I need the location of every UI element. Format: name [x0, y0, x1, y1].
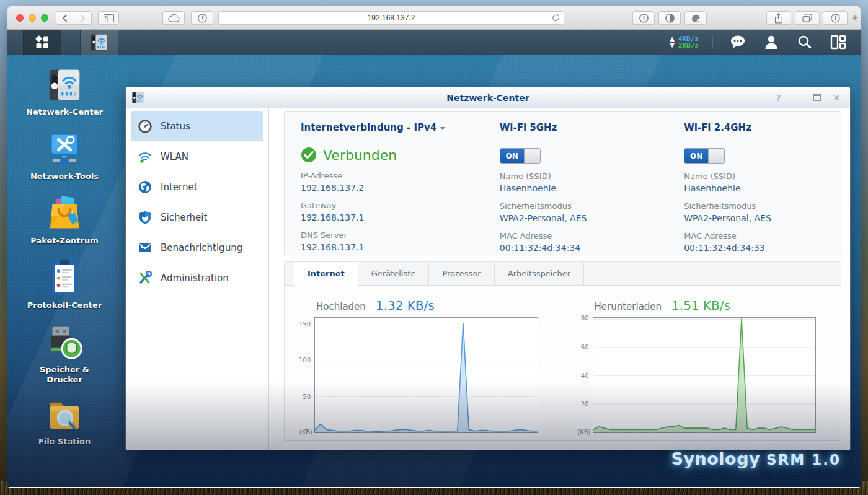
onepassword-extension-button[interactable] [632, 11, 655, 25]
download-chart: Herunterladen 1.51 KB/s (KB) 20406080 [563, 286, 841, 440]
pocket-extension-button[interactable] [658, 11, 681, 25]
close-button[interactable] [16, 14, 24, 22]
field-dns-server: DNS Server 192.168.137.1 [301, 230, 471, 252]
sidebar-item-administration[interactable]: Administration [131, 263, 264, 293]
reload-icon [552, 14, 560, 22]
history-button[interactable] [191, 11, 213, 25]
tab-geraeteliste[interactable]: Geräteliste [358, 262, 430, 285]
help-button[interactable]: ? [776, 93, 781, 103]
sidebar-item-status[interactable]: Status [131, 111, 264, 141]
sidebar-item-label: Status [161, 121, 190, 132]
taskbar-right: ▲▼ 4KB/s 2KB/s [670, 30, 861, 55]
desktop-icons: Netzwerk-Center Netzwerk-Tools [21, 66, 108, 447]
srm-desktop: Netzwerk-Center Netzwerk-Tools [7, 55, 861, 487]
sidebar-item-label: Internet [161, 182, 198, 193]
forward-button[interactable] [74, 12, 92, 24]
share-button[interactable] [766, 11, 791, 25]
search-button[interactable] [796, 33, 813, 51]
sidebar-toggle-button[interactable] [98, 11, 119, 25]
back-button[interactable] [56, 12, 74, 24]
minimize-button[interactable] [29, 14, 36, 22]
sidebar-item-benachrichtigung[interactable]: Benachrichtigung [131, 232, 264, 263]
tools-icon [138, 271, 153, 286]
gauge-icon [138, 119, 153, 134]
field-security-mode: Sicherheitsmodus WPA2-Personal, AES [684, 201, 828, 223]
desktop-icon-file-station[interactable]: File Station [21, 398, 108, 447]
user-options-button[interactable] [763, 33, 780, 51]
toggle-knob [708, 149, 724, 163]
dropdown-caret-icon [440, 127, 445, 130]
divider [684, 139, 823, 139]
show-all-tabs-button[interactable] [795, 11, 820, 25]
new-tab-button[interactable]: + [849, 10, 861, 26]
sidebar-item-label: Benachrichtigung [161, 242, 242, 253]
notifications-button[interactable] [729, 33, 746, 51]
synology-srm-logo: Synology SRM 1.0 [671, 449, 841, 468]
desktop-icon-label: Netzwerk-Tools [30, 172, 99, 182]
desktop-icon-label: Paket-Zentrum [30, 236, 99, 246]
package-center-icon [45, 195, 84, 233]
desktop-icon-netzwerk-center[interactable]: Netzwerk-Center [21, 66, 108, 117]
divider [301, 139, 464, 139]
desktop-icon-label: Protokoll-Center [27, 300, 102, 310]
window-title: Netzwerk-Center [126, 93, 850, 103]
desktop-icon-paket-zentrum[interactable]: Paket-Zentrum [21, 195, 108, 246]
status-text: Verbunden [323, 147, 397, 163]
tab-prozessor[interactable]: Prozessor [429, 262, 494, 285]
wifi-5ghz-section: Wi-Fi 5GHz ON Name (SSID) Hasenhoehle [484, 112, 668, 256]
desktop-icon-protokoll-center[interactable]: Protokoll-Center [21, 259, 108, 310]
safari-window: 192.168.137.2 + [7, 6, 861, 488]
status-info-card: Internetverbindung - IPv4 Verbunden IP-A… [284, 111, 841, 256]
network-center-task-button[interactable] [80, 30, 118, 55]
sidebar-item-internet[interactable]: Internet [131, 172, 264, 202]
info-icon [831, 14, 840, 23]
field-ssid: Name (SSID) Hasenhoehle [500, 172, 655, 193]
reload-button[interactable] [552, 14, 560, 25]
window-maximize-button[interactable] [813, 94, 821, 101]
evernote-elephant-icon [691, 14, 701, 23]
y-axis-labels: (KB) 50100150 [293, 317, 314, 433]
download-plot [593, 317, 817, 433]
field-ip-address: IP-Adresse 192.168.137.2 [301, 171, 471, 193]
address-bar[interactable]: 192.168.137.2 [218, 11, 564, 25]
traffic-indicator[interactable]: ▲▼ 4KB/s 2KB/s [670, 35, 713, 49]
window-sidebar: Status WLAN Internet Sicherheit [126, 108, 269, 450]
desktop-icon-speicher-drucker[interactable]: Speicher & Drucker [21, 323, 108, 385]
shield-icon [138, 210, 153, 225]
clock-icon [198, 14, 207, 23]
desktop-icon-netzwerk-tools[interactable]: Netzwerk-Tools [21, 130, 108, 182]
window-minimize-button[interactable]: — [792, 93, 801, 103]
wifi-24ghz-toggle[interactable]: ON [684, 148, 725, 164]
widgets-button[interactable] [830, 33, 847, 51]
sidebar-item-label: Sicherheit [161, 212, 207, 223]
window-close-button[interactable]: ✕ [833, 93, 840, 103]
main-menu-button[interactable] [23, 30, 61, 55]
tab-arbeitsspeicher[interactable]: Arbeitsspeicher [495, 262, 584, 285]
field-gateway: Gateway 192.168.137.1 [301, 201, 471, 222]
section-header[interactable]: Internetverbindung - IPv4 [301, 122, 471, 133]
evernote-extension-button[interactable] [684, 11, 707, 25]
icloud-tabs-button[interactable] [162, 11, 185, 25]
sidebar-item-label: WLAN [161, 151, 188, 162]
widgets-icon [830, 35, 846, 50]
desktop-icon-label: Netzwerk-Center [26, 107, 103, 117]
tab-internet[interactable]: Internet [294, 262, 358, 286]
zoom-button[interactable] [41, 14, 48, 22]
status-page: Internetverbindung - IPv4 Verbunden IP-A… [269, 108, 850, 450]
pocket-icon [665, 14, 675, 23]
nav-buttons [56, 11, 92, 25]
forward-icon [80, 14, 86, 22]
field-security-mode: Sicherheitsmodus WPA2-Personal, AES [500, 201, 655, 223]
chart-title: Herunterladen [595, 301, 662, 312]
sidebar-item-sicherheit[interactable]: Sicherheit [131, 202, 264, 232]
y-axis-unit: (KB) [577, 429, 590, 436]
envelope-icon [138, 240, 153, 255]
srm-page: ▲▼ 4KB/s 2KB/s [7, 30, 861, 487]
wifi-5ghz-toggle[interactable]: ON [500, 148, 541, 164]
window-controls: ? — ✕ [776, 93, 850, 103]
log-center-icon [46, 259, 82, 297]
sidebar-icon [104, 14, 114, 22]
window-titlebar[interactable]: Netzwerk-Center ? — ✕ [126, 87, 850, 108]
reader-info-button[interactable] [823, 11, 848, 25]
sidebar-item-wlan[interactable]: WLAN [131, 141, 264, 172]
